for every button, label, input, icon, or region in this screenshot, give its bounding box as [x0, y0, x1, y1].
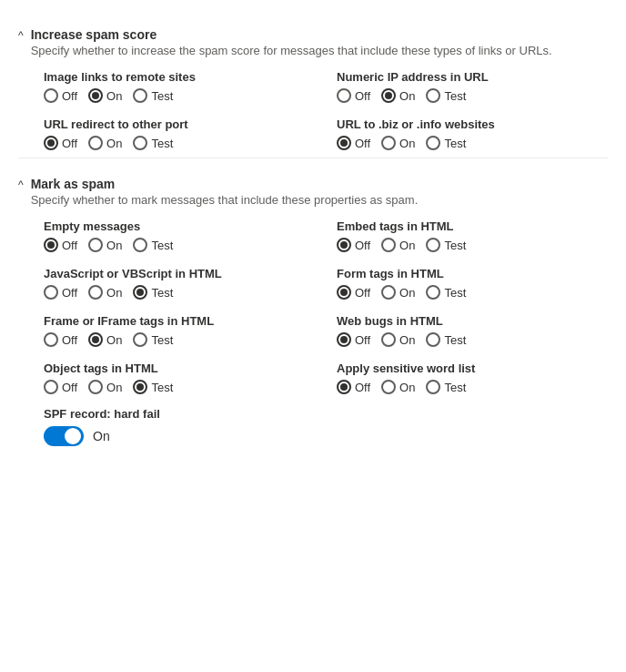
radio-label-javascript-vbscript-test: Test: [151, 286, 173, 300]
radio-option-url-redirect-on[interactable]: On: [88, 136, 122, 150]
radio-circle-empty-messages-off: [44, 238, 58, 252]
radio-circle-url-redirect-test: [133, 136, 147, 150]
radio-option-numeric-ip-test[interactable]: Test: [426, 88, 466, 103]
radio-option-form-tags-html-test[interactable]: Test: [426, 285, 466, 300]
radio-option-url-redirect-test[interactable]: Test: [133, 136, 173, 150]
radio-option-apply-sensitive-word-off[interactable]: Off: [337, 380, 370, 394]
radio-label-url-biz-info-test: Test: [444, 137, 466, 150]
radio-label-numeric-ip-off: Off: [355, 89, 370, 103]
radio-option-numeric-ip-off[interactable]: Off: [337, 88, 370, 103]
radio-option-empty-messages-on[interactable]: On: [88, 238, 122, 252]
radio-label-embed-tags-html-test: Test: [444, 239, 466, 252]
radio-option-web-bugs-on[interactable]: On: [381, 332, 415, 347]
radio-option-javascript-vbscript-test[interactable]: Test: [133, 285, 173, 300]
prop-label-web-bugs: Web bugs in HTML: [337, 314, 608, 328]
radio-option-embed-tags-html-on[interactable]: On: [381, 238, 415, 252]
radio-circle-image-links-test: [133, 88, 147, 103]
radio-label-form-tags-html-off: Off: [355, 286, 370, 300]
radio-label-numeric-ip-test: Test: [444, 89, 466, 103]
radio-group-url-redirect: OffOnTest: [44, 136, 315, 150]
prop-url-redirect: URL redirect to other portOffOnTest: [44, 117, 315, 150]
radio-label-image-links-test: Test: [151, 89, 173, 103]
radio-option-apply-sensitive-word-on[interactable]: On: [381, 380, 415, 394]
radio-label-numeric-ip-on: On: [399, 89, 415, 103]
radio-label-apply-sensitive-word-test: Test: [444, 381, 466, 394]
section-title-increase-spam-score: Increase spam score: [31, 27, 552, 42]
prop-label-numeric-ip: Numeric IP address in URL: [337, 70, 608, 84]
radio-label-empty-messages-off: Off: [62, 239, 77, 252]
radio-option-numeric-ip-on[interactable]: On: [381, 88, 415, 103]
radio-option-web-bugs-test[interactable]: Test: [426, 332, 466, 347]
radio-option-frame-iframe-test[interactable]: Test: [133, 332, 173, 347]
radio-label-url-redirect-on: On: [106, 137, 122, 150]
radio-option-url-biz-info-on[interactable]: On: [381, 136, 415, 150]
toggle-label-spf-record: On: [93, 429, 110, 443]
prop-label-url-biz-info: URL to .biz or .info websites: [337, 117, 608, 131]
radio-option-form-tags-html-off[interactable]: Off: [337, 285, 370, 300]
radio-group-embed-tags-html: OffOnTest: [337, 238, 608, 252]
radio-circle-object-tags-off: [44, 380, 58, 394]
radio-circle-empty-messages-test: [133, 238, 147, 252]
radio-group-object-tags: OffOnTest: [44, 380, 315, 394]
radio-option-form-tags-html-on[interactable]: On: [381, 285, 415, 300]
radio-label-url-redirect-off: Off: [62, 137, 77, 150]
chevron-mark-as-spam[interactable]: ^: [18, 178, 24, 191]
radio-label-url-redirect-test: Test: [151, 137, 173, 150]
radio-circle-url-biz-info-test: [426, 136, 440, 150]
radio-circle-url-biz-info-off: [337, 136, 351, 150]
radio-circle-web-bugs-on: [381, 332, 396, 347]
radio-option-image-links-test[interactable]: Test: [133, 88, 173, 103]
prop-javascript-vbscript: JavaScript or VBScript in HTMLOffOnTest: [44, 267, 315, 300]
radio-circle-apply-sensitive-word-off: [337, 380, 351, 394]
prop-label-image-links: Image links to remote sites: [44, 70, 315, 84]
prop-numeric-ip: Numeric IP address in URLOffOnTest: [337, 70, 608, 103]
radio-option-javascript-vbscript-off[interactable]: Off: [44, 285, 77, 300]
radio-option-frame-iframe-on[interactable]: On: [88, 332, 122, 347]
radio-label-javascript-vbscript-on: On: [106, 286, 122, 300]
prop-label-frame-iframe: Frame or IFrame tags in HTML: [44, 314, 315, 328]
radio-label-url-biz-info-off: Off: [355, 137, 370, 150]
radio-label-javascript-vbscript-off: Off: [62, 286, 77, 300]
radio-group-empty-messages: OffOnTest: [44, 238, 315, 252]
radio-option-image-links-on[interactable]: On: [88, 88, 122, 103]
radio-group-numeric-ip: OffOnTest: [337, 88, 608, 103]
radio-label-apply-sensitive-word-on: On: [399, 381, 415, 394]
radio-option-url-redirect-off[interactable]: Off: [44, 136, 77, 150]
radio-label-web-bugs-on: On: [399, 333, 415, 347]
radio-option-embed-tags-html-test[interactable]: Test: [426, 238, 466, 252]
radio-option-url-biz-info-test[interactable]: Test: [426, 136, 466, 150]
radio-option-url-biz-info-off[interactable]: Off: [337, 136, 370, 150]
radio-label-frame-iframe-off: Off: [62, 333, 77, 347]
radio-option-image-links-off[interactable]: Off: [44, 88, 77, 103]
radio-circle-image-links-off: [44, 88, 58, 103]
toggle-switch-spf-record[interactable]: [44, 426, 84, 446]
radio-option-empty-messages-off[interactable]: Off: [44, 238, 77, 252]
radio-circle-javascript-vbscript-off: [44, 285, 58, 300]
radio-option-web-bugs-off[interactable]: Off: [337, 332, 370, 347]
single-prop-spf-record: SPF record: hard failOn: [18, 407, 608, 446]
radio-circle-form-tags-html-test: [426, 285, 440, 300]
prop-url-biz-info: URL to .biz or .info websitesOffOnTest: [337, 117, 608, 150]
chevron-increase-spam-score[interactable]: ^: [18, 29, 24, 42]
radio-option-object-tags-off[interactable]: Off: [44, 380, 77, 394]
prop-frame-iframe: Frame or IFrame tags in HTMLOffOnTest: [44, 314, 315, 347]
radio-circle-numeric-ip-test: [426, 88, 440, 103]
radio-option-apply-sensitive-word-test[interactable]: Test: [426, 380, 466, 394]
prop-web-bugs: Web bugs in HTMLOffOnTest: [337, 314, 608, 347]
prop-label-url-redirect: URL redirect to other port: [44, 117, 315, 131]
radio-group-web-bugs: OffOnTest: [337, 332, 608, 347]
toggle-thumb-spf-record: [65, 428, 81, 444]
prop-object-tags: Object tags in HTMLOffOnTest: [44, 361, 315, 394]
radio-circle-object-tags-on: [88, 380, 103, 394]
radio-option-object-tags-test[interactable]: Test: [133, 380, 173, 394]
radio-option-frame-iframe-off[interactable]: Off: [44, 332, 77, 347]
radio-circle-apply-sensitive-word-on: [381, 380, 396, 394]
prop-label-javascript-vbscript: JavaScript or VBScript in HTML: [44, 267, 315, 280]
radio-option-empty-messages-test[interactable]: Test: [133, 238, 173, 252]
prop-label-apply-sensitive-word: Apply sensitive word list: [337, 361, 608, 375]
radio-group-form-tags-html: OffOnTest: [337, 285, 608, 300]
radio-option-embed-tags-html-off[interactable]: Off: [337, 238, 370, 252]
radio-circle-numeric-ip-off: [337, 88, 351, 103]
radio-option-object-tags-on[interactable]: On: [88, 380, 122, 394]
radio-option-javascript-vbscript-on[interactable]: On: [88, 285, 122, 300]
